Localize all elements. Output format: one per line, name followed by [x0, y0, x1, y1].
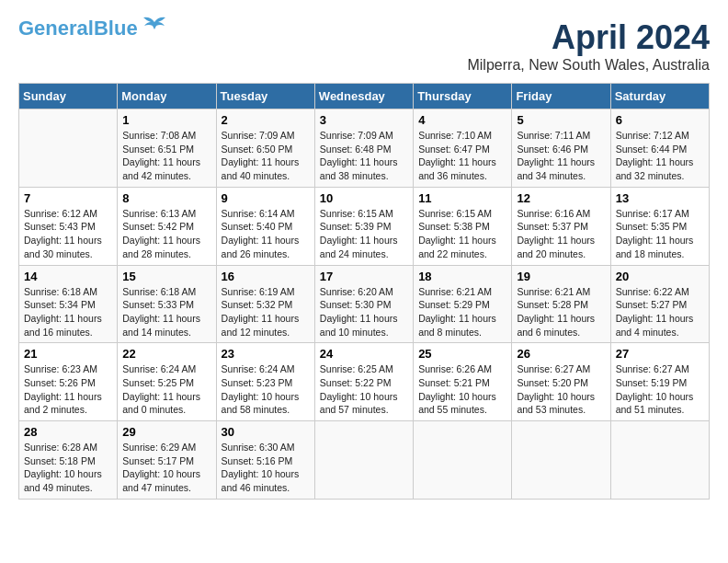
cell-content: Sunrise: 7:09 AM Sunset: 6:50 PM Dayligh… — [222, 129, 310, 183]
calendar-cell: 30Sunrise: 6:30 AM Sunset: 5:16 PM Dayli… — [216, 421, 314, 500]
header-cell-saturday: Saturday — [610, 84, 709, 109]
calendar-cell: 19Sunrise: 6:21 AM Sunset: 5:28 PM Dayli… — [512, 265, 610, 343]
calendar-cell: 10Sunrise: 6:15 AM Sunset: 5:39 PM Dayli… — [314, 187, 413, 265]
calendar-cell: 3Sunrise: 7:09 AM Sunset: 6:48 PM Daylig… — [314, 109, 413, 188]
month-title: April 2024 — [467, 18, 710, 57]
calendar-cell: 23Sunrise: 6:24 AM Sunset: 5:23 PM Dayli… — [216, 343, 314, 421]
cell-content: Sunrise: 6:29 AM Sunset: 5:17 PM Dayligh… — [122, 441, 210, 495]
cell-content: Sunrise: 6:15 AM Sunset: 5:38 PM Dayligh… — [418, 207, 506, 261]
day-number: 21 — [24, 347, 112, 361]
cell-content: Sunrise: 6:14 AM Sunset: 5:40 PM Dayligh… — [222, 207, 310, 261]
header-row: SundayMondayTuesdayWednesdayThursdayFrid… — [19, 84, 710, 109]
header-cell-tuesday: Tuesday — [216, 84, 314, 109]
calendar-cell: 9Sunrise: 6:14 AM Sunset: 5:40 PM Daylig… — [216, 187, 314, 265]
logo-text: GeneralBlue — [18, 18, 138, 39]
calendar-cell: 12Sunrise: 6:16 AM Sunset: 5:37 PM Dayli… — [512, 187, 610, 265]
calendar-cell: 18Sunrise: 6:21 AM Sunset: 5:29 PM Dayli… — [414, 265, 512, 343]
cell-content: Sunrise: 7:10 AM Sunset: 6:47 PM Dayligh… — [418, 129, 506, 183]
day-number: 12 — [517, 191, 605, 205]
calendar-cell: 26Sunrise: 6:27 AM Sunset: 5:20 PM Dayli… — [512, 343, 610, 421]
day-number: 13 — [616, 191, 704, 205]
cell-content: Sunrise: 7:08 AM Sunset: 6:51 PM Dayligh… — [122, 129, 210, 183]
cell-content: Sunrise: 6:21 AM Sunset: 5:28 PM Dayligh… — [517, 285, 605, 339]
calendar-cell: 8Sunrise: 6:13 AM Sunset: 5:42 PM Daylig… — [118, 187, 216, 265]
day-number: 24 — [320, 347, 408, 361]
cell-content: Sunrise: 6:24 AM Sunset: 5:23 PM Dayligh… — [222, 362, 310, 417]
calendar-cell: 24Sunrise: 6:25 AM Sunset: 5:22 PM Dayli… — [314, 343, 413, 421]
day-number: 14 — [24, 270, 112, 283]
day-number: 19 — [517, 270, 605, 283]
cell-content: Sunrise: 6:30 AM Sunset: 5:16 PM Dayligh… — [222, 441, 310, 495]
header-cell-thursday: Thursday — [414, 84, 512, 109]
calendar-cell: 22Sunrise: 6:24 AM Sunset: 5:25 PM Dayli… — [118, 343, 216, 421]
week-row-3: 14Sunrise: 6:18 AM Sunset: 5:34 PM Dayli… — [19, 265, 710, 343]
day-number: 7 — [24, 191, 112, 205]
header-cell-friday: Friday — [512, 84, 610, 109]
cell-content: Sunrise: 6:25 AM Sunset: 5:22 PM Dayligh… — [320, 362, 408, 417]
calendar-table: SundayMondayTuesdayWednesdayThursdayFrid… — [18, 83, 710, 500]
week-row-5: 28Sunrise: 6:28 AM Sunset: 5:18 PM Dayli… — [19, 421, 710, 500]
calendar-cell: 17Sunrise: 6:20 AM Sunset: 5:30 PM Dayli… — [314, 265, 413, 343]
calendar-cell: 2Sunrise: 7:09 AM Sunset: 6:50 PM Daylig… — [216, 109, 314, 188]
day-number: 10 — [320, 191, 408, 205]
calendar-cell: 28Sunrise: 6:28 AM Sunset: 5:18 PM Dayli… — [19, 421, 118, 500]
calendar-cell — [314, 421, 413, 500]
calendar-cell: 11Sunrise: 6:15 AM Sunset: 5:38 PM Dayli… — [414, 187, 512, 265]
cell-content: Sunrise: 7:11 AM Sunset: 6:46 PM Dayligh… — [517, 129, 605, 183]
cell-content: Sunrise: 6:21 AM Sunset: 5:29 PM Dayligh… — [418, 285, 506, 339]
cell-content: Sunrise: 7:09 AM Sunset: 6:48 PM Dayligh… — [320, 129, 408, 183]
week-row-2: 7Sunrise: 6:12 AM Sunset: 5:43 PM Daylig… — [19, 187, 710, 265]
page-header: GeneralBlue April 2024 Milperra, New Sou… — [18, 18, 710, 74]
calendar-cell: 25Sunrise: 6:26 AM Sunset: 5:21 PM Dayli… — [414, 343, 512, 421]
day-number: 28 — [24, 425, 112, 439]
day-number: 23 — [222, 347, 310, 361]
day-number: 4 — [418, 113, 506, 127]
calendar-cell: 5Sunrise: 7:11 AM Sunset: 6:46 PM Daylig… — [512, 109, 610, 188]
day-number: 15 — [122, 270, 210, 283]
header-cell-sunday: Sunday — [19, 84, 118, 109]
day-number: 1 — [122, 113, 210, 127]
cell-content: Sunrise: 6:12 AM Sunset: 5:43 PM Dayligh… — [24, 207, 112, 261]
cell-content: Sunrise: 6:26 AM Sunset: 5:21 PM Dayligh… — [418, 362, 506, 417]
cell-content: Sunrise: 6:28 AM Sunset: 5:18 PM Dayligh… — [24, 441, 112, 495]
day-number: 2 — [222, 113, 310, 127]
cell-content: Sunrise: 6:23 AM Sunset: 5:26 PM Dayligh… — [24, 362, 112, 417]
header-cell-wednesday: Wednesday — [314, 84, 413, 109]
calendar-cell: 15Sunrise: 6:18 AM Sunset: 5:33 PM Dayli… — [118, 265, 216, 343]
cell-content: Sunrise: 6:27 AM Sunset: 5:20 PM Dayligh… — [517, 362, 605, 417]
calendar-cell: 13Sunrise: 6:17 AM Sunset: 5:35 PM Dayli… — [610, 187, 709, 265]
day-number: 9 — [222, 191, 310, 205]
day-number: 25 — [418, 347, 506, 361]
day-number: 30 — [222, 425, 310, 439]
calendar-cell — [610, 421, 709, 500]
week-row-1: 1Sunrise: 7:08 AM Sunset: 6:51 PM Daylig… — [19, 109, 710, 188]
calendar-cell: 29Sunrise: 6:29 AM Sunset: 5:17 PM Dayli… — [118, 421, 216, 500]
day-number: 18 — [418, 270, 506, 283]
day-number: 29 — [122, 425, 210, 439]
cell-content: Sunrise: 6:22 AM Sunset: 5:27 PM Dayligh… — [616, 285, 704, 339]
calendar-cell: 4Sunrise: 7:10 AM Sunset: 6:47 PM Daylig… — [414, 109, 512, 188]
calendar-cell — [414, 421, 512, 500]
day-number: 20 — [616, 270, 704, 283]
calendar-cell — [512, 421, 610, 500]
cell-content: Sunrise: 6:13 AM Sunset: 5:42 PM Dayligh… — [122, 207, 210, 261]
calendar-cell — [19, 109, 118, 188]
cell-content: Sunrise: 6:19 AM Sunset: 5:32 PM Dayligh… — [222, 285, 310, 339]
cell-content: Sunrise: 6:24 AM Sunset: 5:25 PM Dayligh… — [122, 362, 210, 417]
title-block: April 2024 Milperra, New South Wales, Au… — [467, 18, 710, 74]
day-number: 11 — [418, 191, 506, 205]
cell-content: Sunrise: 6:17 AM Sunset: 5:35 PM Dayligh… — [616, 207, 704, 261]
day-number: 5 — [517, 113, 605, 127]
cell-content: Sunrise: 6:18 AM Sunset: 5:33 PM Dayligh… — [122, 285, 210, 339]
header-cell-monday: Monday — [118, 84, 216, 109]
day-number: 27 — [616, 347, 704, 361]
day-number: 6 — [616, 113, 704, 127]
calendar-cell: 7Sunrise: 6:12 AM Sunset: 5:43 PM Daylig… — [19, 187, 118, 265]
cell-content: Sunrise: 6:15 AM Sunset: 5:39 PM Dayligh… — [320, 207, 408, 261]
calendar-cell: 21Sunrise: 6:23 AM Sunset: 5:26 PM Dayli… — [19, 343, 118, 421]
location: Milperra, New South Wales, Australia — [467, 57, 710, 74]
day-number: 3 — [320, 113, 408, 127]
calendar-cell: 6Sunrise: 7:12 AM Sunset: 6:44 PM Daylig… — [610, 109, 709, 188]
day-number: 16 — [222, 270, 310, 283]
calendar-cell: 16Sunrise: 6:19 AM Sunset: 5:32 PM Dayli… — [216, 265, 314, 343]
